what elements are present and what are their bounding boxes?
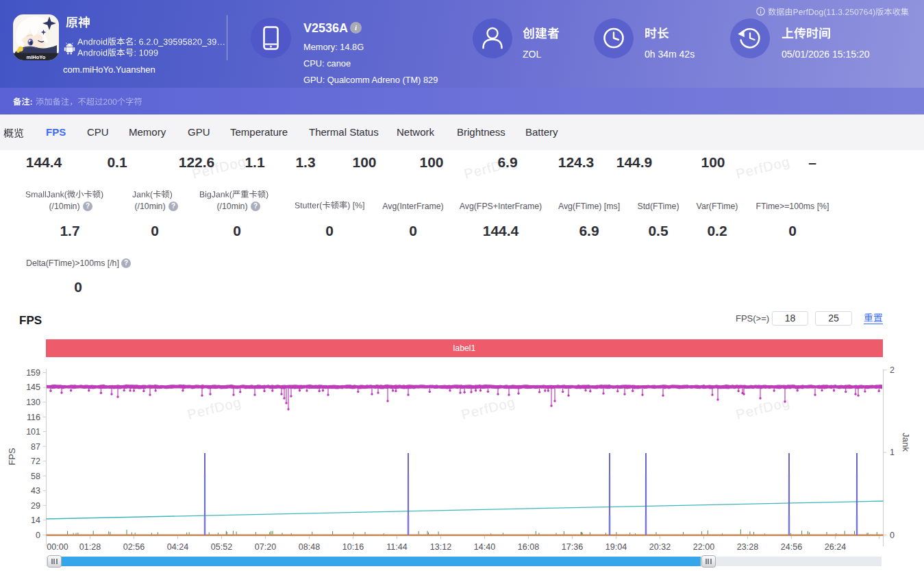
svg-text:87: 87 xyxy=(31,442,40,452)
svg-text:17:36: 17:36 xyxy=(562,542,583,552)
svg-text:11:44: 11:44 xyxy=(386,542,407,552)
svg-text:2: 2 xyxy=(890,365,895,375)
svg-text:04:24: 04:24 xyxy=(167,542,188,552)
svg-text:0: 0 xyxy=(36,531,40,540)
svg-text:72: 72 xyxy=(31,457,40,466)
svg-text:23:28: 23:28 xyxy=(737,542,758,552)
svg-text:101: 101 xyxy=(26,427,40,437)
svg-text:00:00: 00:00 xyxy=(47,542,68,552)
svg-text:05:52: 05:52 xyxy=(211,542,232,552)
svg-text:0: 0 xyxy=(890,531,895,540)
svg-text:08:48: 08:48 xyxy=(299,542,320,552)
svg-text:16:08: 16:08 xyxy=(518,542,539,552)
svg-text:13:12: 13:12 xyxy=(430,542,451,552)
svg-text:130: 130 xyxy=(26,398,40,407)
svg-text:14:40: 14:40 xyxy=(474,542,495,552)
svg-text:FPS: FPS xyxy=(7,448,17,465)
svg-text:22:00: 22:00 xyxy=(693,542,714,552)
svg-text:10:16: 10:16 xyxy=(342,542,364,552)
svg-text:159: 159 xyxy=(26,368,40,378)
svg-text:01:28: 01:28 xyxy=(79,542,101,552)
svg-text:07:20: 07:20 xyxy=(255,542,276,552)
svg-text:14: 14 xyxy=(31,515,40,525)
svg-text:58: 58 xyxy=(31,472,40,481)
svg-text:26:24: 26:24 xyxy=(825,542,846,552)
svg-text:29: 29 xyxy=(31,501,40,511)
svg-text:24:56: 24:56 xyxy=(781,542,802,552)
svg-text:02:56: 02:56 xyxy=(123,542,145,552)
svg-text:116: 116 xyxy=(27,413,40,422)
svg-text:19:04: 19:04 xyxy=(605,542,627,552)
svg-text:1: 1 xyxy=(890,448,895,457)
svg-text:20:32: 20:32 xyxy=(649,542,671,552)
svg-text:43: 43 xyxy=(31,486,40,496)
svg-text:Jank: Jank xyxy=(901,433,911,452)
svg-text:145: 145 xyxy=(26,382,40,392)
